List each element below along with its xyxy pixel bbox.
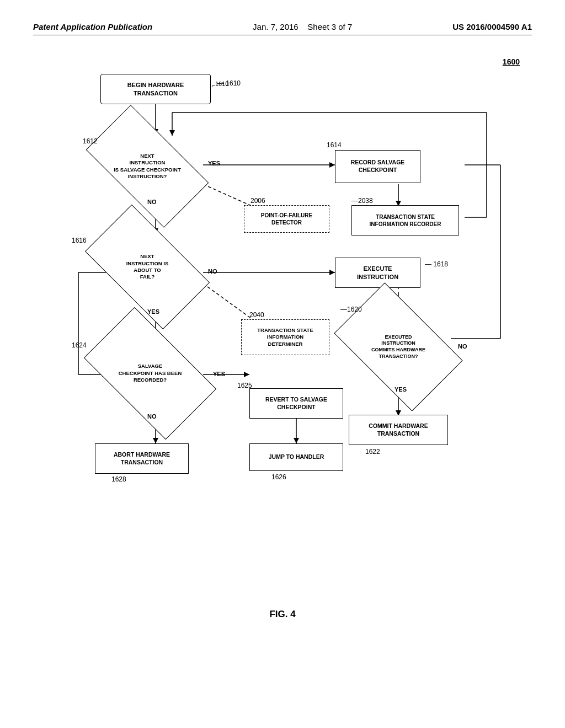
header-right: US 2016/0004590 A1 bbox=[452, 22, 532, 31]
label-id-1620: —1620 bbox=[340, 306, 362, 313]
page: Patent Application Publication Jan. 7, 2… bbox=[0, 0, 565, 728]
header-date: Jan. 7, 2016 bbox=[253, 22, 299, 31]
no-label-4: NO bbox=[147, 413, 157, 420]
label-id-2040: 2040 bbox=[249, 311, 264, 319]
diamond-about-to-fail: NEXT INSTRUCTION IS ABOUT TO FAIL? bbox=[92, 234, 202, 300]
yes-label-3: YES bbox=[395, 386, 407, 393]
fig-label: FIG. 4 bbox=[33, 609, 532, 620]
diagram-container: 1600 bbox=[34, 57, 531, 598]
diamond-salvage-checkpoint-check: NEXT INSTRUCTION IS SALVAGE CHECKPOINT I… bbox=[92, 135, 202, 198]
label-id-1610: — 1610 bbox=[217, 79, 241, 87]
svg-marker-3 bbox=[329, 162, 335, 168]
execute-instruction: EXECUTE INSTRUCTION bbox=[335, 258, 420, 288]
label-id-1612: 1612 bbox=[83, 137, 98, 145]
point-of-failure-detector: POINT-OF-FAILURE DETECTOR bbox=[244, 205, 329, 233]
jump-to-handler: JUMP TO HANDLER bbox=[249, 443, 343, 471]
label-id-2038: —2038 bbox=[351, 197, 373, 205]
label-id-1614: 1614 bbox=[327, 141, 342, 149]
no-label-2: NO bbox=[208, 268, 217, 275]
diamond-commits-transaction: EXECUTED INSTRUCTION COMMITS HARDWARE TR… bbox=[343, 311, 454, 383]
svg-marker-16 bbox=[329, 270, 335, 275]
no-label-3: NO bbox=[458, 343, 467, 350]
arrow-1610: ⌐ bbox=[212, 82, 215, 89]
svg-marker-32 bbox=[153, 438, 158, 443]
label-id-2006: 2006 bbox=[250, 197, 265, 205]
diamond-salvage-recorded: SALVAGE CHECKPOINT HAS BEEN RECORDED? bbox=[92, 338, 208, 409]
transaction-state-info-determiner: TRANSACTION STATE INFORMATION DETERMINER bbox=[241, 319, 329, 355]
label-id-1625: 1625 bbox=[237, 382, 252, 389]
svg-marker-34 bbox=[294, 438, 299, 443]
header-sheet: Sheet 3 of 7 bbox=[307, 22, 352, 31]
no-label-1: NO bbox=[147, 199, 157, 205]
label-id-1624: 1624 bbox=[72, 341, 87, 349]
label-id-1628: 1628 bbox=[111, 475, 126, 483]
label-id-1618: — 1618 bbox=[425, 260, 448, 268]
commit-hardware-transaction: COMMIT HARDWARE TRANSACTION bbox=[349, 415, 448, 445]
revert-to-salvage-checkpoint: REVERT TO SALVAGE CHECKPOINT bbox=[249, 388, 343, 419]
transaction-state-info-recorder: TRANSACTION STATE INFORMATION RECORDER bbox=[351, 205, 459, 235]
abort-hardware-transaction: ABORT HARDWARE TRANSACTION bbox=[95, 443, 189, 474]
record-salvage-checkpoint: RECORD SALVAGE CHECKPOINT bbox=[335, 150, 420, 183]
begin-hardware-transaction: BEGIN HARDWARE TRANSACTION bbox=[100, 74, 211, 104]
yes-label-2: YES bbox=[147, 308, 159, 315]
header-left: Patent Application Publication bbox=[33, 22, 152, 31]
diagram-number: 1600 bbox=[503, 57, 520, 66]
label-id-1626: 1626 bbox=[271, 473, 286, 481]
yes-label-1: YES bbox=[208, 160, 220, 167]
label-id-1616: 1616 bbox=[72, 237, 87, 244]
label-id-1622: 1622 bbox=[365, 448, 380, 456]
yes-label-4: YES bbox=[213, 371, 225, 377]
svg-marker-30 bbox=[244, 372, 249, 377]
header-center: Jan. 7, 2016 Sheet 3 of 7 bbox=[253, 22, 352, 31]
header: Patent Application Publication Jan. 7, 2… bbox=[33, 22, 532, 35]
